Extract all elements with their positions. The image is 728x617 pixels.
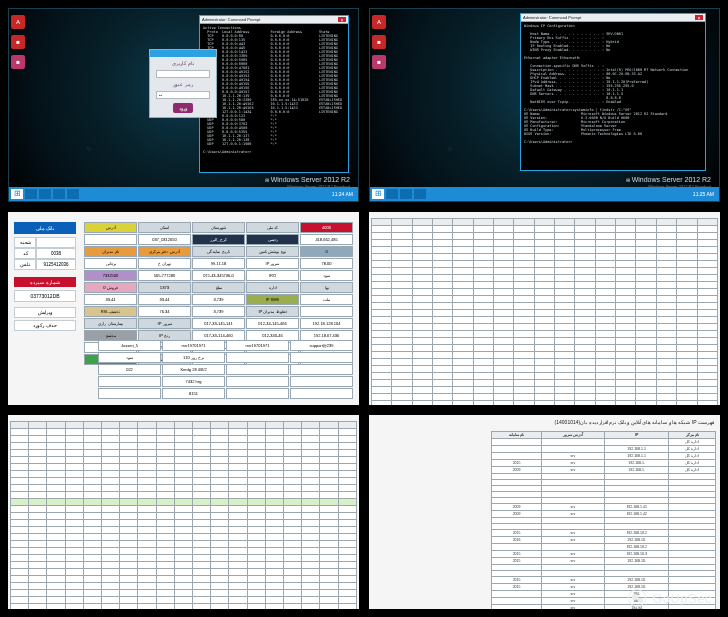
table-cell	[174, 485, 192, 492]
table-cell	[174, 541, 192, 548]
table-cell	[11, 429, 29, 436]
table-cell	[193, 492, 211, 499]
form-cell: 017-33-145-141	[192, 318, 245, 329]
table-cell	[656, 232, 676, 239]
system-tray[interactable]: 11:24 AM	[332, 191, 356, 197]
side-button[interactable]: حذف رکورد	[14, 320, 76, 331]
table-cell	[453, 400, 473, 405]
adobe-reader-icon[interactable]: A	[372, 15, 386, 29]
table-cell	[453, 330, 473, 337]
table-cell	[211, 597, 229, 604]
table-cell	[616, 260, 636, 267]
taskbar-item[interactable]	[39, 189, 51, 199]
table-cell	[412, 372, 432, 379]
form-cell: 037_0312650	[138, 234, 191, 245]
table-cell	[174, 604, 192, 609]
table-cell	[229, 590, 247, 597]
table-cell	[392, 400, 412, 405]
table-cell	[616, 344, 636, 351]
table-cell	[453, 344, 473, 351]
table-cell	[372, 379, 392, 386]
table-cell	[677, 260, 697, 267]
table-cell	[616, 302, 636, 309]
app-icon-2[interactable]: ■	[11, 55, 25, 69]
password-input[interactable]	[156, 91, 210, 99]
table-cell	[636, 344, 656, 351]
table-cell	[372, 372, 392, 379]
close-icon[interactable]: ×	[695, 15, 703, 20]
table-cell: اداره کل	[669, 467, 716, 474]
form-cell: کرج_البرز	[192, 234, 245, 245]
side-button[interactable]: ویرایش	[14, 307, 76, 318]
table-cell	[453, 372, 473, 379]
table-cell	[247, 534, 265, 541]
table-cell	[11, 541, 29, 548]
login-button[interactable]: ورود	[173, 103, 193, 113]
table-cell	[392, 316, 412, 323]
table-cell	[320, 576, 338, 583]
table-cell	[247, 443, 265, 450]
table-cell	[636, 232, 656, 239]
table-cell	[697, 246, 718, 253]
table-cell	[29, 492, 47, 499]
table-cell	[392, 372, 412, 379]
table-cell	[47, 457, 65, 464]
table-cell	[193, 450, 211, 457]
table-cell	[193, 422, 211, 429]
table-cell	[514, 260, 534, 267]
taskbar[interactable]: ⊞ 11:25 AM	[370, 187, 719, 201]
table-cell	[229, 597, 247, 604]
table-cell	[47, 422, 65, 429]
taskbar-item[interactable]	[414, 189, 426, 199]
table-cell	[338, 457, 356, 464]
command-prompt-window[interactable]: Administrator: Command Prompt × Windows …	[520, 13, 706, 171]
system-tray[interactable]: 11:25 AM	[693, 191, 717, 197]
taskbar-item[interactable]	[25, 189, 37, 199]
table-cell	[534, 379, 554, 386]
app-icon[interactable]: ■	[11, 35, 25, 49]
table-cell	[534, 302, 554, 309]
command-prompt-window[interactable]: Administrator: Command Prompt × Active C…	[199, 15, 349, 173]
table-cell	[677, 232, 697, 239]
table-cell	[433, 225, 453, 232]
table-cell	[138, 534, 156, 541]
close-icon[interactable]: ×	[338, 17, 346, 22]
form-cell: اداره	[246, 282, 299, 293]
table-cell	[284, 562, 302, 569]
taskbar[interactable]: ⊞ 11:24 AM	[9, 187, 358, 201]
taskbar-item[interactable]	[67, 189, 79, 199]
table-cell	[514, 386, 534, 393]
table-cell	[284, 548, 302, 555]
table-cell	[494, 309, 514, 316]
table-cell	[534, 400, 554, 405]
table-cell	[174, 597, 192, 604]
table-cell	[494, 316, 514, 323]
table-cell	[514, 288, 534, 295]
start-button[interactable]: ⊞	[372, 189, 384, 199]
table-cell	[697, 218, 718, 225]
adobe-reader-icon[interactable]: A	[11, 15, 25, 29]
table-cell	[229, 562, 247, 569]
form-cell	[290, 352, 353, 363]
table-cell	[492, 591, 541, 598]
login-dialog[interactable]: نام کاربری رمز عبور ورود	[149, 49, 217, 118]
table-cell	[555, 372, 575, 379]
app-icon-2[interactable]: ■	[372, 55, 386, 69]
username-input[interactable]	[156, 70, 210, 78]
table-cell	[372, 337, 392, 344]
table-cell	[473, 386, 493, 393]
start-button[interactable]: ⊞	[11, 189, 23, 199]
table-cell	[473, 337, 493, 344]
table-cell: 2009	[492, 467, 541, 474]
table-cell	[302, 471, 320, 478]
table-cell	[29, 464, 47, 471]
table-cell: 2015	[492, 558, 541, 565]
taskbar-item[interactable]	[53, 189, 65, 199]
form-cell: IP خطوط مدیران	[246, 306, 299, 317]
table-cell	[193, 583, 211, 590]
table-cell	[616, 253, 636, 260]
app-icon[interactable]: ■	[372, 35, 386, 49]
table-cell: srv	[541, 504, 604, 511]
taskbar-item[interactable]	[386, 189, 398, 199]
taskbar-item[interactable]	[400, 189, 412, 199]
